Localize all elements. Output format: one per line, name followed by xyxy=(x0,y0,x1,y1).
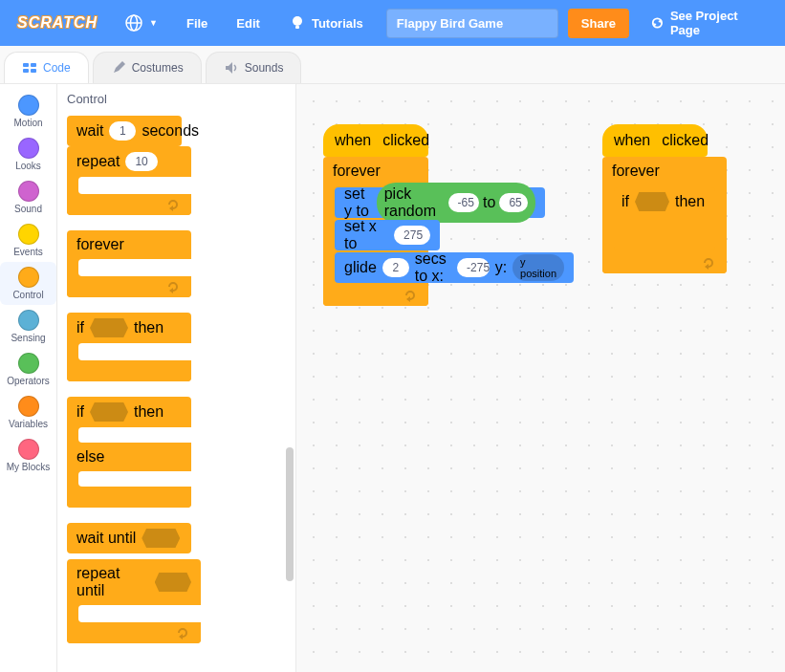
script-stack-2[interactable]: when clicked forever ifthen xyxy=(602,124,727,273)
category-variables[interactable]: Variables xyxy=(0,391,56,434)
block-palette: Control wait 1 seconds repeat10 forever … xyxy=(57,84,296,672)
looks-color-icon xyxy=(18,138,39,159)
category-operators-label: Operators xyxy=(7,376,49,386)
file-menu[interactable]: File xyxy=(177,0,217,46)
tab-sounds-label: Sounds xyxy=(245,61,284,75)
seconds-label: seconds xyxy=(142,122,199,140)
tutorials-button[interactable]: Tutorials xyxy=(279,0,373,46)
block-pick-random[interactable]: pick random -65 to 65 xyxy=(377,183,535,223)
svg-point-3 xyxy=(293,16,302,26)
scratch-logo[interactable]: SCRATCH xyxy=(10,14,105,32)
category-myblocks-label: My Blocks xyxy=(7,462,51,472)
palette-scrollbar[interactable] xyxy=(286,447,294,581)
svg-rect-4 xyxy=(295,26,299,29)
condition-slot[interactable] xyxy=(142,529,180,548)
glide-secs-input[interactable]: 2 xyxy=(382,258,409,277)
block-repeat-until[interactable]: repeat until xyxy=(67,559,201,643)
y-position-reporter[interactable]: y position xyxy=(512,254,564,281)
condition-slot[interactable] xyxy=(90,318,128,337)
forever-label: forever xyxy=(76,236,124,253)
set-x-input[interactable]: 275 xyxy=(394,226,430,245)
block-when-flag-clicked[interactable]: when clicked xyxy=(323,124,428,157)
when-label: when xyxy=(614,132,650,149)
then-label: then xyxy=(134,403,164,421)
block-if-then[interactable]: ifthen xyxy=(67,313,191,381)
category-control[interactable]: Control xyxy=(0,262,56,305)
condition-slot[interactable] xyxy=(635,192,669,211)
globe-icon xyxy=(124,13,143,33)
block-forever[interactable]: forever xyxy=(67,230,191,297)
tab-sounds[interactable]: Sounds xyxy=(206,52,302,83)
block-if-else[interactable]: ifthen else xyxy=(67,397,191,508)
see-project-page-button[interactable]: See Project Page xyxy=(639,1,775,45)
brush-icon xyxy=(111,60,126,76)
clicked-label: clicked xyxy=(382,132,429,149)
category-sound-label: Sound xyxy=(14,204,42,214)
condition-slot[interactable] xyxy=(155,573,191,592)
category-looks-label: Looks xyxy=(15,161,41,171)
wait-seconds-input[interactable]: 1 xyxy=(109,121,136,141)
block-when-flag-clicked[interactable]: when clicked xyxy=(602,124,708,157)
block-glide[interactable]: glide 2 secs to x: -275 y: y position xyxy=(335,252,574,283)
category-sensing[interactable]: Sensing xyxy=(0,305,56,348)
loop-arrow-icon xyxy=(176,626,191,639)
language-menu[interactable]: ▼ xyxy=(115,0,167,46)
category-control-label: Control xyxy=(12,290,43,300)
block-forever-ws-2[interactable]: forever ifthen xyxy=(602,157,727,273)
remix-icon xyxy=(650,15,665,31)
category-events-label: Events xyxy=(13,247,43,257)
project-title-input[interactable] xyxy=(386,9,558,38)
myblocks-color-icon xyxy=(18,439,39,460)
to-label: to xyxy=(483,194,495,211)
sound-color-icon xyxy=(18,181,39,202)
category-variables-label: Variables xyxy=(9,419,48,429)
tab-costumes[interactable]: Costumes xyxy=(93,52,202,83)
script-workspace[interactable]: when clicked forever set y to pick rando… xyxy=(296,84,785,672)
block-if-then-ws[interactable]: ifthen xyxy=(614,187,715,250)
edit-menu[interactable]: Edit xyxy=(227,0,270,46)
condition-slot[interactable] xyxy=(90,402,128,422)
set-y-label: set y to xyxy=(344,185,371,220)
block-set-y[interactable]: set y to pick random -65 to 65 xyxy=(335,187,545,218)
category-sensing-label: Sensing xyxy=(11,333,45,343)
editor-tabs: Code Costumes Sounds xyxy=(0,46,785,84)
category-looks[interactable]: Looks xyxy=(0,133,56,176)
category-motion[interactable]: Motion xyxy=(0,90,56,133)
sound-icon xyxy=(224,60,239,76)
loop-arrow-icon xyxy=(166,198,182,211)
variables-color-icon xyxy=(18,396,39,417)
repeat-times-input[interactable]: 10 xyxy=(125,152,157,171)
block-wait-until[interactable]: wait until xyxy=(67,523,191,553)
block-categories: Motion Looks Sound Events Control Sensin… xyxy=(0,84,57,672)
tab-code-label: Code xyxy=(43,61,71,75)
secs-to-x-label: secs to x: xyxy=(415,250,451,285)
events-color-icon xyxy=(18,224,39,245)
glide-x-input[interactable]: -275 xyxy=(457,258,490,277)
caret-down-icon: ▼ xyxy=(149,18,158,28)
random-from-input[interactable]: -65 xyxy=(448,193,480,212)
else-label: else xyxy=(76,448,104,466)
tutorials-label: Tutorials xyxy=(312,16,363,31)
tab-code[interactable]: Code xyxy=(4,52,89,83)
loop-arrow-icon xyxy=(403,289,419,302)
share-button[interactable]: Share xyxy=(568,9,629,38)
category-operators[interactable]: Operators xyxy=(0,348,56,391)
svg-rect-7 xyxy=(23,69,29,73)
category-motion-label: Motion xyxy=(13,118,42,128)
category-sound[interactable]: Sound xyxy=(0,176,56,219)
random-to-input[interactable]: 65 xyxy=(499,193,528,212)
script-stack-1[interactable]: when clicked forever set y to pick rando… xyxy=(323,124,428,306)
loop-arrow-icon xyxy=(166,280,182,293)
block-forever-ws[interactable]: forever set y to pick random -65 to 65 xyxy=(323,157,428,306)
block-repeat[interactable]: repeat10 xyxy=(67,146,191,215)
forever-label: forever xyxy=(333,163,381,180)
block-set-x[interactable]: set x to 275 xyxy=(335,220,440,250)
category-myblocks[interactable]: My Blocks xyxy=(0,434,56,477)
clicked-label: clicked xyxy=(662,132,709,149)
block-wait[interactable]: wait 1 seconds xyxy=(67,116,182,146)
svg-rect-5 xyxy=(23,63,29,67)
category-events[interactable]: Events xyxy=(0,219,56,262)
operators-color-icon xyxy=(18,353,39,374)
palette-category-title: Control xyxy=(67,92,286,106)
if-label: if xyxy=(76,319,84,336)
